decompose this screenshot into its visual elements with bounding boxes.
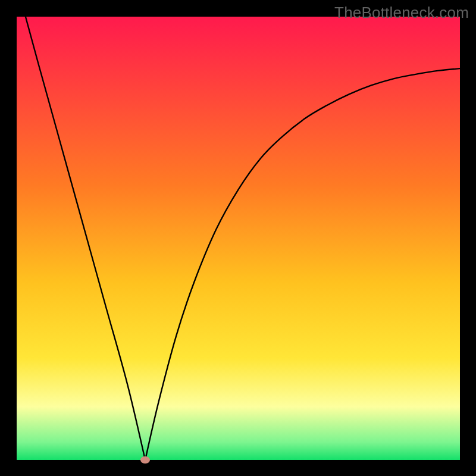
plot-area — [17, 17, 460, 460]
minimum-marker — [140, 456, 150, 464]
chart-frame: TheBottleneck.com — [0, 0, 476, 476]
curve-right-arm — [145, 68, 460, 460]
watermark-text: TheBottleneck.com — [334, 4, 469, 22]
bottleneck-curve — [17, 17, 460, 460]
curve-left-arm — [26, 17, 145, 460]
